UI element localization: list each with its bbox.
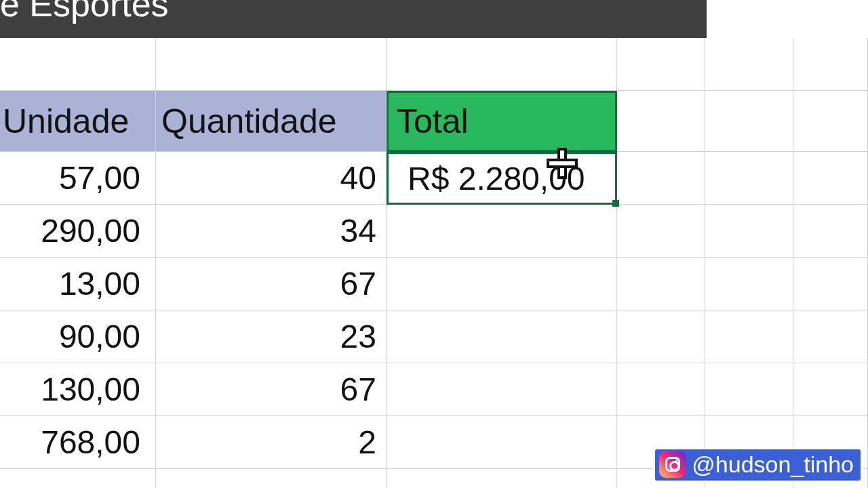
- sheet-title-text: e Esportes: [0, 0, 169, 24]
- cell-empty[interactable]: [705, 205, 793, 258]
- empty-row[interactable]: [0, 38, 868, 91]
- cell-total[interactable]: [387, 310, 617, 363]
- cell-quantidade[interactable]: 2: [156, 416, 387, 469]
- cell-empty[interactable]: [617, 152, 705, 205]
- cell-total[interactable]: [387, 416, 617, 469]
- cell-empty[interactable]: [0, 38, 156, 91]
- cell-total-selected[interactable]: R$ 2.280,00: [387, 152, 617, 205]
- cell-empty[interactable]: [793, 38, 868, 91]
- cell-empty[interactable]: [617, 363, 705, 416]
- table-row: 13,00 67: [0, 258, 868, 310]
- cell-empty[interactable]: [793, 91, 868, 152]
- header-unidade[interactable]: Unidade: [0, 91, 156, 152]
- header-quantidade[interactable]: Quantidade: [156, 91, 387, 152]
- cell-empty[interactable]: [617, 258, 705, 310]
- cell-empty[interactable]: [705, 152, 793, 205]
- table-row: 90,00 23: [0, 310, 868, 363]
- fill-handle[interactable]: [612, 200, 619, 207]
- cell-empty[interactable]: [705, 310, 793, 363]
- cell-empty[interactable]: [793, 310, 868, 363]
- cell-quantidade[interactable]: 23: [156, 310, 387, 363]
- instagram-badge[interactable]: @hudson_tinho: [653, 447, 863, 483]
- spreadsheet-grid[interactable]: Unidade Quantidade Total 57,00 40 R$ 2.2…: [0, 38, 868, 488]
- cell-quantidade[interactable]: 40: [156, 152, 387, 205]
- cell-unidade[interactable]: 290,00: [0, 205, 156, 258]
- header-total[interactable]: Total: [387, 91, 617, 152]
- cell-quantidade[interactable]: 34: [156, 205, 387, 258]
- cell-empty[interactable]: [705, 363, 793, 416]
- cell-empty[interactable]: [705, 38, 793, 91]
- cell-empty[interactable]: [617, 310, 705, 363]
- cell-quantidade[interactable]: 67: [156, 258, 387, 310]
- cell-empty[interactable]: [156, 469, 387, 488]
- cell-empty[interactable]: [793, 152, 868, 205]
- cell-unidade[interactable]: 90,00: [0, 310, 156, 363]
- cell-empty[interactable]: [0, 469, 156, 488]
- sheet-title-bar: e Esportes: [0, 0, 707, 38]
- cell-unidade[interactable]: 13,00: [0, 258, 156, 310]
- cell-empty[interactable]: [705, 258, 793, 310]
- cell-empty[interactable]: [617, 91, 705, 152]
- cell-empty[interactable]: [156, 38, 387, 91]
- table-row: 290,00 34: [0, 205, 868, 258]
- cell-empty[interactable]: [705, 91, 793, 152]
- cell-empty[interactable]: [617, 38, 705, 91]
- cell-total-value: R$ 2.280,00: [408, 160, 585, 197]
- instagram-icon: [659, 451, 686, 478]
- cell-unidade[interactable]: 57,00: [0, 152, 156, 205]
- cell-empty[interactable]: [793, 205, 868, 258]
- header-row: Unidade Quantidade Total: [0, 91, 868, 152]
- table-row: 57,00 40 R$ 2.280,00: [0, 152, 868, 205]
- instagram-handle: @hudson_tinho: [692, 451, 854, 478]
- cell-total[interactable]: [387, 205, 617, 258]
- cell-empty[interactable]: [793, 363, 868, 416]
- cell-empty[interactable]: [793, 258, 868, 310]
- cell-unidade[interactable]: 130,00: [0, 363, 156, 416]
- cell-unidade[interactable]: 768,00: [0, 416, 156, 469]
- cell-total[interactable]: [387, 363, 617, 416]
- cell-quantidade[interactable]: 67: [156, 363, 387, 416]
- cell-empty[interactable]: [617, 205, 705, 258]
- table-row: 130,00 67: [0, 363, 868, 416]
- cell-total[interactable]: [387, 258, 617, 310]
- cell-empty[interactable]: [387, 38, 617, 91]
- cell-empty[interactable]: [387, 469, 617, 488]
